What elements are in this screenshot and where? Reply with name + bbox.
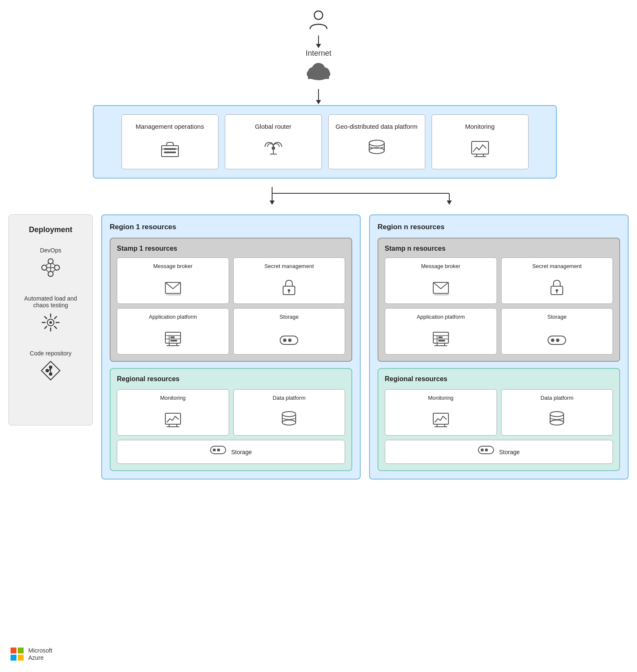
regional1-box: Regional resources Monitoring (110, 368, 352, 471)
svg-point-37 (49, 372, 52, 376)
devops-item: DevOps (40, 247, 62, 282)
devops-icon (40, 257, 61, 282)
monitoring-global-label: Monitoring (465, 122, 494, 131)
arrow-cloud-down (318, 89, 319, 101)
regionN-box: Region n resources Stamp n resources Mes… (369, 214, 629, 480)
storage-1-icon (280, 334, 298, 349)
stamp1-title: Stamp 1 resources (117, 245, 345, 252)
storage-r1-card: Storage (117, 440, 345, 464)
regionalN-box: Regional resources Monitoring (378, 368, 620, 471)
svg-point-56 (283, 339, 286, 342)
azure-logo (11, 648, 24, 661)
regions-container: Region 1 resources Stamp 1 resources Mes… (101, 214, 629, 480)
logo-sq-yellow (18, 655, 24, 661)
monitoring-global-icon (471, 141, 489, 161)
connector-svg (129, 187, 593, 210)
regionalN-title: Regional resources (385, 375, 613, 383)
stampN-title: Stamp n resources (385, 245, 613, 252)
secret-mgmt-n-card: Secret management (501, 257, 613, 304)
code-repo-label: Code repository (30, 350, 72, 357)
svg-rect-5 (308, 74, 329, 79)
svg-rect-51 (170, 340, 177, 341)
regionN-title: Region n resources (378, 223, 620, 231)
global-router-label: Global router (255, 122, 292, 131)
deployment-box: Deployment DevOps (8, 214, 93, 425)
stamp1-box: Stamp 1 resources Message broker (110, 238, 352, 362)
svg-line-33 (52, 270, 55, 272)
app-platform-1-label: Application platform (149, 314, 197, 321)
storage-r1-row: Storage (117, 440, 345, 464)
router-icon (264, 139, 283, 161)
svg-point-63 (282, 420, 296, 425)
svg-point-10 (272, 146, 275, 150)
svg-point-66 (217, 449, 220, 452)
svg-rect-50 (170, 336, 175, 338)
app-platform-n-icon (433, 332, 449, 349)
deployment-title: Deployment (29, 225, 72, 234)
azure-brand: Microsoft (28, 647, 52, 654)
storage-n-label: Storage (547, 314, 567, 321)
storage-rn-label: Storage (499, 449, 520, 455)
code-repo-item: Code repository (30, 350, 72, 385)
secret-mgmt-1-label: Secret management (265, 263, 314, 270)
region1-title: Region 1 resources (110, 223, 352, 231)
monitoring-rn-icon (433, 413, 449, 430)
storage-n-icon (548, 334, 566, 349)
storage-n-card: Storage (501, 308, 613, 355)
person-icon (308, 8, 329, 34)
database-global-icon (368, 139, 385, 161)
monitoring-r1-icon (165, 413, 181, 430)
database-rn-icon (549, 410, 564, 430)
svg-line-32 (46, 270, 49, 272)
app-platform-n-card: Application platform (385, 308, 497, 355)
monitoring-global-card: Monitoring (432, 114, 529, 169)
cloud-icon (304, 60, 333, 87)
lower-section: Deployment DevOps (8, 214, 629, 480)
storage-rn-icon (478, 445, 494, 458)
svg-point-91 (480, 449, 483, 452)
secret-mgmt-n-label: Secret management (532, 263, 582, 270)
message-broker-n-card: Message broker (385, 257, 497, 304)
management-operations-label: Management operations (136, 122, 204, 131)
envelope-n-icon (433, 282, 449, 298)
lock-n-icon (550, 279, 564, 298)
svg-point-92 (485, 449, 488, 452)
arrow-internet-down (318, 35, 319, 45)
internet-section: Internet (8, 8, 629, 101)
app-platform-n-label: Application platform (417, 314, 465, 321)
regional1-grid: Monitoring (117, 389, 345, 436)
logo-sq-blue (11, 655, 16, 661)
management-operations-card: Management operations (121, 114, 219, 169)
monitoring-r1-label: Monitoring (160, 395, 186, 402)
lock-1-icon (282, 279, 296, 298)
load-testing-label: Automated load and chaos testing (17, 295, 84, 309)
svg-rect-76 (438, 336, 443, 338)
stampN-box: Stamp n resources Message broker (378, 238, 620, 362)
svg-point-35 (49, 321, 52, 324)
svg-point-88 (550, 412, 564, 417)
svg-point-38 (46, 369, 49, 372)
data-platform-r1-label: Data platform (273, 395, 305, 402)
message-broker-1-label: Message broker (153, 263, 192, 270)
svg-point-82 (551, 339, 554, 342)
storage-1-card: Storage (233, 308, 345, 355)
svg-point-83 (556, 339, 559, 342)
svg-marker-23 (447, 201, 452, 205)
stamp1-grid: Message broker (117, 257, 345, 355)
svg-point-65 (213, 449, 216, 452)
azure-brand-text: Microsoft Azure (28, 647, 52, 661)
svg-marker-20 (270, 201, 275, 205)
git-icon (40, 360, 61, 385)
storage-rn-row: Storage (385, 440, 613, 464)
svg-rect-42 (167, 294, 181, 295)
geo-distributed-label: Geo-distributed data platform (335, 122, 417, 131)
svg-point-13 (369, 140, 384, 146)
global-router-card: Global router (225, 114, 322, 169)
svg-point-44 (288, 289, 290, 292)
logo-sq-red (11, 648, 16, 653)
regionalN-grid: Monitoring (385, 389, 613, 436)
main-container: Internet Management operations (0, 0, 637, 672)
connector-arrows (93, 187, 629, 210)
stampN-grid: Message broker Secret man (385, 257, 613, 355)
storage-r1-label: Storage (231, 449, 252, 455)
